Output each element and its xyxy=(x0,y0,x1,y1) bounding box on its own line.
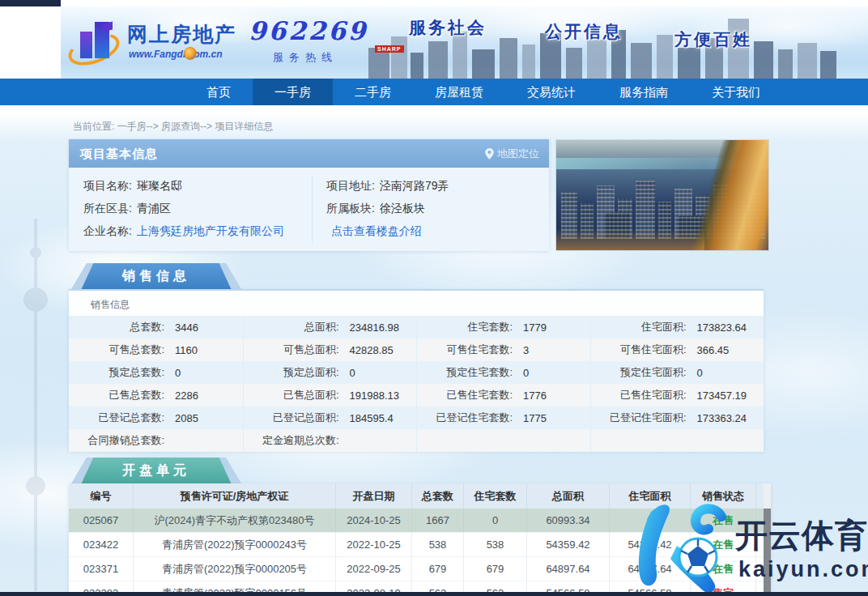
banner-slogan: 服务社会 xyxy=(409,16,487,39)
status-cell: 在售 xyxy=(691,557,756,581)
field-row: 所属板块:徐泾板块 xyxy=(326,197,537,219)
sales-field-value: 173363.24 xyxy=(697,412,747,424)
column-header: 总面积 xyxy=(527,483,610,509)
table-scrollbar xyxy=(764,483,771,596)
nav-item-home[interactable]: 首页 xyxy=(185,79,253,105)
field-label: 所在区县: xyxy=(83,202,132,215)
intro-link[interactable]: 点击查看楼盘介绍 xyxy=(331,224,422,237)
opening-units-panel: 编号预售许可证/房地产权证开盘日期总套数住宅套数总面积住宅面积销售状态 0250… xyxy=(69,483,771,596)
sales-field-label: 已登记总面积: xyxy=(244,411,339,425)
nav-item-second-hand[interactable]: 二手房 xyxy=(333,79,413,105)
banner-slogan: 公开信息 xyxy=(545,20,623,43)
sales-field: 已售总套数:2286 xyxy=(69,384,243,407)
sales-panel: 销售信息 总套数:3446总面积:234816.98住宅套数:1779住宅面积:… xyxy=(69,289,764,451)
sales-field-value: 1779 xyxy=(523,321,547,334)
table-cell: 64897.64 xyxy=(527,557,610,581)
table-row[interactable]: 025067沪(2024)青字不动产权第023480号2024-10-25166… xyxy=(69,509,771,533)
field-row: 项目名称:璀璨名邸 xyxy=(83,174,306,197)
skyline-building xyxy=(754,41,773,79)
nav-item-guide[interactable]: 服务指南 xyxy=(598,79,690,105)
skyline-building xyxy=(657,35,673,79)
sales-field-label: 已登记总套数: xyxy=(69,411,164,425)
breadcrumb: 当前位置: 一手房--> 房源查询--> 项目详细信息 xyxy=(73,120,273,134)
column-header: 住宅套数 xyxy=(464,483,527,509)
skyline-building xyxy=(522,45,535,79)
skyline-building xyxy=(472,49,495,79)
sales-field-value: 173457.19 xyxy=(697,390,747,402)
sales-field: 定金逾期总次数: xyxy=(243,429,417,452)
sales-field-label: 住宅面积: xyxy=(591,320,687,334)
table-body: 025067沪(2024)青字不动产权第023480号2024-10-25166… xyxy=(69,509,771,596)
sales-field-value: 2085 xyxy=(175,412,198,424)
sales-row: 预定总套数:0预定总面积:0预定住宅套数:0预定住宅面积:0 xyxy=(69,361,764,384)
sales-field-value: 1160 xyxy=(175,344,198,356)
status-cell: 在售 xyxy=(691,509,756,532)
sales-field-label: 可售总面积: xyxy=(244,343,339,357)
sales-field: 已售住宅面积:173457.19 xyxy=(590,384,764,407)
nav-item-rental[interactable]: 房屋租赁 xyxy=(413,79,505,105)
scrollbar-thumb[interactable] xyxy=(764,509,771,596)
project-info-body: 项目名称:璀璨名邸所在区县:青浦区企业名称:上海隽廷房地产开发有限公司 项目地址… xyxy=(69,168,549,251)
sales-inner-label: 销售信息 xyxy=(91,298,130,312)
sales-field: 预定住宅套数:0 xyxy=(416,361,590,384)
address: 泾南河路79弄 xyxy=(380,179,449,192)
field-label: 所属板块: xyxy=(326,202,375,215)
skyline-building xyxy=(566,48,582,79)
sales-field: 住宅面积:173823.64 xyxy=(590,316,764,338)
site-url: www.Fangdi.com.cn xyxy=(129,49,223,60)
opening-units-tab: 开盘单元 xyxy=(71,458,241,483)
map-pin-icon xyxy=(485,148,494,160)
skyline-building xyxy=(778,49,793,79)
table-cell: 2024-10-25 xyxy=(336,509,412,532)
sales-field xyxy=(590,429,764,452)
sales-info-tab: 销售信息 xyxy=(71,263,241,289)
page: 网上房地产 www.Fangdi.com.cn 962269 服务热线 SHAR… xyxy=(0,0,868,596)
sales-info-tab-label: 销售信息 xyxy=(71,263,241,289)
top-strip xyxy=(0,0,61,6)
sales-field: 可售住宅套数:3 xyxy=(416,338,590,361)
sales-field-label: 合同撤销总套数: xyxy=(69,433,164,448)
sales-field-label: 预定住宅套数: xyxy=(417,365,513,380)
sales-field: 可售总面积:42828.85 xyxy=(243,338,417,361)
district: 青浦区 xyxy=(137,202,171,215)
project-name: 璀璨名邸 xyxy=(137,179,182,192)
sales-field: 已登记住宅套数:1775 xyxy=(416,407,590,429)
sales-field-label: 住宅套数: xyxy=(417,320,513,334)
skyline-building xyxy=(631,43,652,79)
nav-item-first-hand[interactable]: 一手房 xyxy=(253,79,333,105)
map-locate-label: 地图定位 xyxy=(497,147,539,161)
table-cell: 2022-09-25 xyxy=(336,557,412,581)
sales-row: 已售总套数:2286已售总面积:191988.13已售住宅套数:1776已售住宅… xyxy=(69,384,764,407)
column-header: 编号 xyxy=(69,483,134,509)
sales-field: 可售住宅面积:366.45 xyxy=(590,338,764,361)
table-cell: 679 xyxy=(464,557,527,581)
nav-item-about[interactable]: 关于我们 xyxy=(690,79,782,105)
globe-icon xyxy=(184,47,197,60)
sales-field-value: 0 xyxy=(350,367,355,379)
skyline-building xyxy=(411,53,423,79)
field-row: 点击查看楼盘介绍 xyxy=(326,219,537,242)
sales-field-label: 可售住宅面积: xyxy=(591,343,687,357)
table-cell: 64897.64 xyxy=(610,557,691,581)
table-cell: 0 xyxy=(464,509,527,532)
table-row[interactable]: 023371青浦房管(2022)预字0000205号2022-09-256796… xyxy=(69,557,771,581)
nav-item-statistics[interactable]: 交易统计 xyxy=(505,79,598,105)
table-cell: 沪(2024)青字不动产权第023480号 xyxy=(134,509,336,532)
footer-bar xyxy=(0,592,868,596)
sales-field: 合同撤销总套数: xyxy=(69,429,243,452)
sales-grid: 总套数:3446总面积:234816.98住宅套数:1779住宅面积:17382… xyxy=(69,316,764,452)
sales-field-label: 已售住宅套数: xyxy=(417,388,513,402)
table-cell: 青浦房管(2022)预字0000205号 xyxy=(134,557,336,581)
field-row: 所在区县:青浦区 xyxy=(83,197,306,219)
sales-field-label: 已售住宅面积: xyxy=(591,388,687,402)
company-link[interactable]: 上海隽廷房地产开发有限公司 xyxy=(137,224,284,237)
table-row[interactable]: 023422青浦房管(2022)预字0000243号2022-10-255385… xyxy=(69,533,771,557)
sales-field-value: 2286 xyxy=(175,390,198,402)
field-label: 项目名称: xyxy=(83,179,132,192)
status-cell: 在售 xyxy=(691,533,756,556)
sales-field-value: 191988.13 xyxy=(350,390,399,402)
table-cell: 1667 xyxy=(412,509,464,532)
map-locate-button[interactable]: 地图定位 xyxy=(485,139,539,168)
table-cell: 54359.42 xyxy=(610,533,691,556)
project-fields-left: 项目名称:璀璨名邸所在区县:青浦区企业名称:上海隽廷房地产开发有限公司 xyxy=(83,174,306,242)
